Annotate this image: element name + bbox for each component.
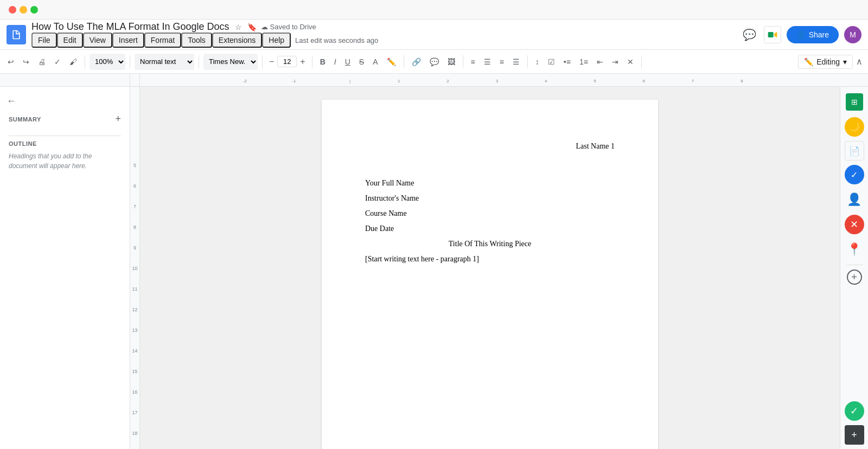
doc-app-icon (7, 25, 26, 44)
toolbar: ↩ ↪ 🖨 ✓ 🖌 100% 75% 125% Normal text Head… (0, 50, 868, 74)
dark-plus-icon: + (851, 429, 857, 441)
menu-format[interactable]: Format (144, 33, 181, 48)
numbered-list-button[interactable]: 1≡ (576, 55, 591, 68)
svg-text:|: | (349, 79, 350, 84)
sidebar-bottom: ✓ + (845, 401, 864, 445)
checklist-button[interactable]: ☑ (545, 55, 558, 68)
font-size-input[interactable] (277, 56, 297, 67)
indent-less-button[interactable]: ⇤ (593, 55, 607, 68)
style-select[interactable]: Normal text Heading 1 Heading 2 (135, 54, 194, 70)
collapse-toolbar-button[interactable]: ∧ (855, 55, 864, 68)
sidebar-plus-dark-button[interactable]: + (845, 425, 864, 445)
zoom-select[interactable]: 100% 75% 125% (90, 54, 125, 70)
comments-button[interactable]: 💬 (741, 26, 758, 43)
align-right-button[interactable]: ≡ (496, 55, 507, 68)
bold-button[interactable]: B (317, 55, 329, 68)
bullet-list-button[interactable]: •≡ (560, 55, 574, 68)
document-page[interactable]: Last Name 1 Your Full Name Instructor's … (322, 100, 658, 449)
sidebar-close-button[interactable]: ✕ (845, 215, 864, 234)
svg-marker-1 (774, 32, 777, 37)
indent-more-button[interactable]: ⇥ (609, 55, 622, 68)
maps-icon: 📍 (847, 242, 861, 256)
share-button[interactable]: 👤 B Share (787, 26, 839, 43)
bookmark-button[interactable]: 🔖 (246, 22, 258, 33)
text-color-button[interactable]: A (369, 55, 381, 68)
star-button[interactable]: ☆ (234, 22, 243, 33)
instructor-name-line: Instructor's Name (365, 191, 615, 206)
paint-format-button[interactable]: 🖌 (66, 55, 80, 68)
close-button[interactable] (9, 6, 16, 14)
page-body: Your Full Name Instructor's Name Course … (365, 176, 615, 267)
image-button[interactable]: 🖼 (444, 55, 458, 68)
header-bar: How To Use The MLA Format In Google Docs… (0, 20, 868, 50)
course-name-line: Course Name (365, 206, 615, 221)
link-button[interactable]: 🔗 (409, 55, 424, 68)
sidebar-add-button[interactable]: + (847, 270, 862, 285)
sidebar-maps-button[interactable]: 📍 (844, 239, 865, 260)
svg-text:1: 1 (398, 79, 400, 84)
align-justify-button[interactable]: ☰ (509, 55, 523, 68)
menu-tools[interactable]: Tools (181, 33, 212, 48)
italic-button[interactable]: I (331, 55, 340, 68)
svg-text:2: 2 (446, 79, 449, 84)
svg-text:6: 6 (643, 79, 646, 84)
strikethrough-button[interactable]: S (356, 55, 367, 68)
pencil-icon: ✏️ (804, 57, 813, 66)
due-date-line: Due Date (365, 221, 615, 236)
underline-button[interactable]: U (342, 55, 354, 68)
outline-hint: Headings that you add to the document wi… (0, 151, 130, 171)
page-header-text: Last Name 1 (576, 142, 615, 150)
paragraph-1[interactable]: [Start writing text here - paragraph 1] (365, 252, 615, 267)
menu-help[interactable]: Help (262, 33, 291, 48)
sidebar-teal-check-button[interactable]: ✓ (845, 401, 864, 421)
highlight-button[interactable]: ✏️ (384, 55, 399, 68)
summary-section: SUMMARY + (0, 109, 130, 131)
panel-divider (9, 136, 121, 136)
left-panel: ← SUMMARY + OUTLINE Headings that you ad… (0, 87, 130, 449)
redo-button[interactable]: ↪ (20, 55, 33, 68)
maximize-button[interactable] (30, 6, 38, 14)
user-avatar[interactable]: M (844, 26, 861, 43)
menu-edit[interactable]: Edit (57, 33, 83, 48)
sidebar-keep-button[interactable]: 🌙 (845, 117, 864, 137)
menu-extensions[interactable]: Extensions (212, 33, 262, 48)
x-icon: ✕ (850, 219, 858, 230)
comment-inline-button[interactable]: 💬 (426, 55, 442, 68)
minimize-button[interactable] (20, 6, 27, 14)
spellcheck-button[interactable]: ✓ (51, 55, 64, 68)
doc-icon: 📄 (849, 146, 860, 156)
chevron-down-icon: ▾ (843, 57, 847, 66)
print-button[interactable]: 🖨 (35, 55, 49, 68)
sep-1 (85, 55, 85, 68)
align-left-button[interactable]: ≡ (468, 55, 478, 68)
summary-header: SUMMARY + (9, 113, 121, 125)
sidebar-tasks-button[interactable]: ✓ (845, 165, 864, 184)
editing-mode-button[interactable]: ✏️ Editing ▾ (798, 55, 853, 69)
font-select[interactable]: Times New... Arial Courier New (203, 54, 258, 70)
header-right: 💬 👤 B Share M (741, 26, 861, 43)
line-spacing-button[interactable]: ↕ (532, 55, 542, 68)
menu-view[interactable]: View (83, 33, 112, 48)
menu-insert[interactable]: Insert (112, 33, 144, 48)
plus-icon: + (851, 272, 857, 283)
sidebar-person-button[interactable]: 👤 (844, 189, 865, 210)
sep-5 (312, 55, 312, 68)
document-title: Title Of This Writing Piece (365, 236, 615, 252)
panel-back-button[interactable]: ← (0, 93, 130, 109)
sidebar-separator (846, 265, 863, 265)
saved-label: ☁ Saved to Drive (261, 23, 316, 31)
summary-add-button[interactable]: + (115, 113, 121, 125)
menu-file[interactable]: File (31, 33, 57, 48)
meet-button[interactable] (764, 26, 781, 43)
doc-title-text: How To Use The MLA Format In Google Docs (31, 21, 229, 33)
doc-title-row: How To Use The MLA Format In Google Docs… (31, 21, 735, 33)
sep-3 (199, 55, 199, 68)
share-icon: 👤 (796, 30, 806, 39)
font-size-increase[interactable]: + (298, 56, 307, 68)
sidebar-doc-button[interactable]: 📄 (845, 141, 864, 161)
clear-format-button[interactable]: ✕ (624, 55, 637, 68)
sidebar-sheets-button[interactable]: ⊞ (844, 91, 865, 113)
undo-button[interactable]: ↩ (4, 55, 17, 68)
align-center-button[interactable]: ☰ (481, 55, 494, 68)
font-size-decrease[interactable]: − (267, 56, 276, 68)
